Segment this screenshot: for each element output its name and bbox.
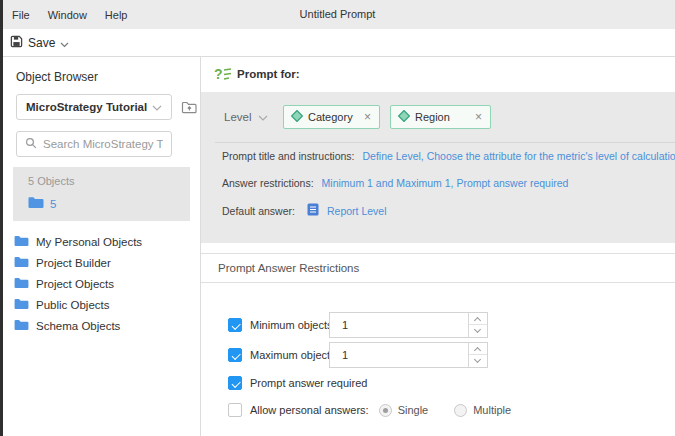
folder-icon (14, 317, 29, 335)
panel-divider (215, 142, 675, 143)
menu-items: File Window Help (12, 0, 127, 29)
prompt-answer-required-checkbox[interactable] (228, 376, 242, 390)
folder-item-label: Public Objects (36, 299, 110, 311)
svg-text:?: ? (214, 66, 223, 82)
allow-personal-answers-label: Allow personal answers: (250, 404, 369, 416)
window-edge-strip (0, 0, 3, 436)
search-icon (25, 135, 37, 153)
report-icon (307, 203, 319, 218)
chip-category[interactable]: Category × (283, 105, 380, 129)
answer-restrictions-label: Answer restrictions: (222, 177, 314, 189)
restrictions-section-title: Prompt Answer Restrictions (218, 254, 359, 283)
chevron-up-icon (474, 347, 481, 354)
object-browser-title: Object Browser (16, 70, 98, 84)
save-chevron-down-icon (60, 34, 69, 52)
minimum-objects-label: Minimum objects: (250, 312, 336, 338)
answer-restrictions-row: Answer restrictions: Minimum 1 and Maxim… (222, 177, 568, 189)
prompt-for-label: Prompt for: (237, 57, 300, 92)
project-selector[interactable]: MicroStrategy Tutorial (16, 94, 172, 120)
maximum-objects-label: Maximum objects: (250, 342, 339, 368)
spin-down-button[interactable] (469, 355, 487, 367)
save-icon (10, 34, 23, 52)
minimum-objects-row: Minimum objects: (228, 312, 668, 338)
prompt-for-header: ? Prompt for: (201, 57, 675, 92)
toolbar: Save (0, 29, 675, 57)
search-input[interactable] (43, 138, 163, 150)
folder-item-public-objects[interactable]: Public Objects (14, 297, 142, 313)
menu-help[interactable]: Help (105, 9, 128, 21)
folder-item-my-personal-objects[interactable]: My Personal Objects (14, 234, 142, 250)
default-answer-label: Default answer: (222, 205, 295, 217)
folder-icon (14, 275, 29, 293)
object-browser-panel: Object Browser MicroStrategy Tutorial 5 … (3, 57, 201, 436)
save-button[interactable]: Save (10, 29, 69, 56)
maximum-objects-checkbox[interactable] (228, 348, 242, 362)
answer-restrictions-value-link[interactable]: Minimum 1 and Maximum 1, Prompt answer r… (322, 177, 569, 189)
multiple-radio-label: Multiple (473, 404, 511, 416)
folder-item-label: Project Builder (36, 257, 111, 269)
default-answer-row: Default answer: Report Level (222, 203, 387, 218)
chevron-up-icon (474, 317, 481, 324)
menu-window[interactable]: Window (48, 9, 87, 21)
prompt-title-row: Prompt title and instructions: Define Le… (222, 150, 675, 162)
single-radio-label: Single (398, 404, 429, 416)
prompt-answer-required-row: Prompt answer required (228, 373, 367, 393)
objects-count-label: 5 Objects (28, 175, 74, 187)
maximum-objects-input[interactable] (330, 343, 468, 367)
folder-icon (14, 254, 29, 272)
chevron-down-icon (474, 356, 481, 363)
chip-category-label: Category (308, 111, 353, 123)
folder-item-project-objects[interactable]: Project Objects (14, 276, 142, 292)
level-chevron-down-icon (258, 108, 268, 126)
save-button-label: Save (28, 36, 55, 50)
minimum-objects-input[interactable] (330, 313, 468, 337)
level-label: Level (224, 111, 252, 123)
selection-summary-panel: 5 Objects 5 (13, 167, 190, 221)
level-dropdown[interactable]: Level (224, 105, 268, 129)
folder-item-label: Project Objects (36, 278, 114, 290)
chip-region-close-icon[interactable]: × (467, 110, 482, 124)
project-selector-value: MicroStrategy Tutorial (26, 101, 147, 113)
minimum-objects-checkbox[interactable] (228, 318, 242, 332)
folder-icon (14, 296, 29, 314)
default-answer-value-link[interactable]: Report Level (327, 205, 387, 217)
folder-list: My Personal Objects Project Builder Proj… (14, 234, 142, 334)
restrictions-section-header: Prompt Answer Restrictions (201, 253, 675, 283)
maximum-objects-spinbox (329, 342, 488, 368)
chip-category-close-icon[interactable]: × (356, 110, 371, 124)
chip-region-label: Region (415, 111, 450, 123)
prompt-icon: ? (214, 66, 232, 86)
app-window: Untitled Prompt File Window Help Save Ob… (0, 0, 675, 436)
minimum-objects-spinbox (329, 312, 488, 338)
single-radio[interactable] (379, 404, 392, 417)
selected-folder-label: 5 (50, 198, 56, 210)
selected-folder-item[interactable]: 5 (28, 194, 56, 214)
prompt-title-value-link[interactable]: Define Level, Choose the attribute for t… (362, 150, 675, 162)
spin-down-button[interactable] (469, 325, 487, 337)
folder-up-icon (181, 100, 198, 115)
attribute-diamond-icon (398, 108, 410, 126)
folder-item-label: My Personal Objects (36, 236, 142, 248)
chevron-down-icon (474, 326, 481, 333)
prompt-editor-main: ? Prompt for: Level Category × Region × … (201, 57, 675, 436)
menu-bar: Untitled Prompt File Window Help (0, 0, 675, 29)
attribute-diamond-icon (291, 108, 303, 126)
prompt-title-label: Prompt title and instructions: (222, 150, 354, 162)
multiple-radio[interactable] (454, 404, 467, 417)
menu-file[interactable]: File (12, 9, 30, 21)
minimum-objects-spinner (468, 313, 487, 337)
browse-folder-button[interactable] (179, 97, 199, 117)
prompt-answer-required-label: Prompt answer required (250, 377, 367, 389)
allow-personal-answers-checkbox[interactable] (228, 403, 242, 417)
folder-item-project-builder[interactable]: Project Builder (14, 255, 142, 271)
chip-region[interactable]: Region × (390, 105, 491, 129)
prompt-definition-panel: Level Category × Region × Prompt title a… (201, 92, 675, 243)
folder-item-label: Schema Objects (36, 320, 120, 332)
spin-up-button[interactable] (469, 343, 487, 355)
folder-icon (28, 195, 44, 213)
folder-item-schema-objects[interactable]: Schema Objects (14, 318, 142, 334)
spin-up-button[interactable] (469, 313, 487, 325)
maximum-objects-row: Maximum objects: (228, 342, 668, 368)
search-box (16, 131, 172, 157)
folder-icon (14, 233, 29, 251)
